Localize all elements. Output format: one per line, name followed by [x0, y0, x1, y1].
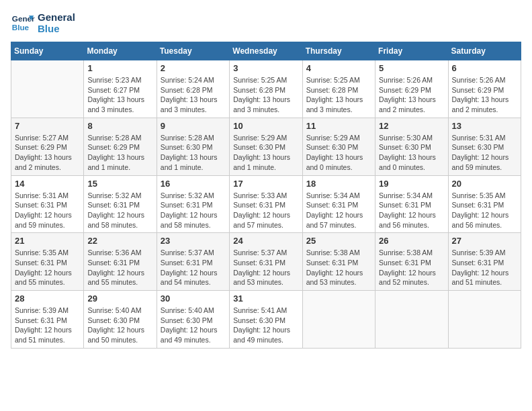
day-info: Sunrise: 5:25 AMSunset: 6:28 PMDaylight:…: [306, 75, 371, 115]
day-info: Sunrise: 5:39 AMSunset: 6:31 PMDaylight:…: [452, 248, 517, 287]
day-number: 20: [452, 179, 517, 189]
calendar-day-cell: 8Sunrise: 5:28 AMSunset: 6:29 PMDaylight…: [84, 118, 157, 175]
day-number: 22: [87, 236, 152, 246]
day-info: Sunrise: 5:26 AMSunset: 6:29 PMDaylight:…: [452, 75, 517, 115]
day-number: 3: [233, 63, 298, 73]
calendar-week-row: 28Sunrise: 5:39 AMSunset: 6:31 PMDayligh…: [11, 291, 521, 349]
calendar-table: SundayMondayTuesdayWednesdayThursdayFrid…: [11, 42, 521, 349]
calendar-day-cell: 18Sunrise: 5:34 AMSunset: 6:31 PMDayligh…: [302, 175, 375, 233]
day-info: Sunrise: 5:26 AMSunset: 6:29 PMDaylight:…: [379, 75, 444, 115]
day-info: Sunrise: 5:38 AMSunset: 6:31 PMDaylight:…: [379, 248, 444, 287]
calendar-day-cell: 10Sunrise: 5:29 AMSunset: 6:30 PMDayligh…: [230, 118, 302, 175]
column-header-tuesday: Tuesday: [157, 42, 229, 60]
day-number: 26: [379, 236, 444, 246]
calendar-week-row: 14Sunrise: 5:31 AMSunset: 6:31 PMDayligh…: [11, 175, 521, 233]
column-header-friday: Friday: [375, 42, 448, 60]
day-number: 29: [87, 293, 152, 304]
column-header-wednesday: Wednesday: [230, 42, 302, 60]
day-number: 6: [452, 63, 517, 73]
day-info: Sunrise: 5:32 AMSunset: 6:31 PMDaylight:…: [161, 191, 226, 230]
day-info: Sunrise: 5:29 AMSunset: 6:30 PMDaylight:…: [233, 133, 298, 173]
calendar-day-cell: 15Sunrise: 5:32 AMSunset: 6:31 PMDayligh…: [84, 175, 157, 233]
day-number: 14: [15, 179, 80, 189]
day-info: Sunrise: 5:35 AMSunset: 6:31 PMDaylight:…: [15, 248, 80, 287]
calendar-day-cell: 1Sunrise: 5:23 AMSunset: 6:27 PMDaylight…: [84, 60, 157, 118]
calendar-day-cell: 25Sunrise: 5:38 AMSunset: 6:31 PMDayligh…: [302, 233, 375, 291]
day-info: Sunrise: 5:37 AMSunset: 6:31 PMDaylight:…: [161, 248, 226, 287]
day-number: 10: [233, 121, 298, 131]
logo-text-general: General: [38, 11, 75, 23]
day-number: 7: [15, 121, 80, 131]
calendar-day-cell: 13Sunrise: 5:31 AMSunset: 6:30 PMDayligh…: [448, 118, 521, 175]
page-header: General Blue General Blue: [11, 11, 521, 35]
day-number: 16: [161, 179, 226, 189]
calendar-day-cell: 26Sunrise: 5:38 AMSunset: 6:31 PMDayligh…: [375, 233, 448, 291]
day-info: Sunrise: 5:28 AMSunset: 6:30 PMDaylight:…: [161, 133, 226, 173]
calendar-day-cell: 21Sunrise: 5:35 AMSunset: 6:31 PMDayligh…: [11, 233, 84, 291]
day-info: Sunrise: 5:23 AMSunset: 6:27 PMDaylight:…: [87, 75, 152, 115]
svg-text:Blue: Blue: [12, 23, 30, 32]
day-number: 27: [452, 236, 517, 246]
day-info: Sunrise: 5:25 AMSunset: 6:28 PMDaylight:…: [233, 75, 298, 115]
calendar-day-cell: 27Sunrise: 5:39 AMSunset: 6:31 PMDayligh…: [448, 233, 521, 291]
day-number: 30: [161, 293, 226, 304]
calendar-day-cell: 3Sunrise: 5:25 AMSunset: 6:28 PMDaylight…: [230, 60, 302, 118]
day-number: 17: [233, 179, 298, 189]
day-number: 31: [233, 293, 298, 304]
calendar-day-cell: 24Sunrise: 5:37 AMSunset: 6:31 PMDayligh…: [230, 233, 302, 291]
day-number: 15: [87, 179, 152, 189]
column-header-saturday: Saturday: [448, 42, 521, 60]
day-number: 19: [379, 179, 444, 189]
calendar-day-cell: 11Sunrise: 5:29 AMSunset: 6:30 PMDayligh…: [302, 118, 375, 175]
calendar-day-cell: [448, 291, 521, 349]
calendar-day-cell: 14Sunrise: 5:31 AMSunset: 6:31 PMDayligh…: [11, 175, 84, 233]
column-header-monday: Monday: [84, 42, 157, 60]
calendar-day-cell: [375, 291, 448, 349]
calendar-day-cell: 5Sunrise: 5:26 AMSunset: 6:29 PMDaylight…: [375, 60, 448, 118]
calendar-day-cell: 20Sunrise: 5:35 AMSunset: 6:31 PMDayligh…: [448, 175, 521, 233]
calendar-day-cell: 4Sunrise: 5:25 AMSunset: 6:28 PMDaylight…: [302, 60, 375, 118]
day-info: Sunrise: 5:35 AMSunset: 6:31 PMDaylight:…: [452, 191, 517, 230]
day-info: Sunrise: 5:38 AMSunset: 6:31 PMDaylight:…: [306, 248, 371, 287]
calendar-day-cell: 2Sunrise: 5:24 AMSunset: 6:28 PMDaylight…: [157, 60, 229, 118]
calendar-day-cell: 6Sunrise: 5:26 AMSunset: 6:29 PMDaylight…: [448, 60, 521, 118]
day-number: 5: [379, 63, 444, 73]
calendar-day-cell: 31Sunrise: 5:41 AMSunset: 6:30 PMDayligh…: [230, 291, 302, 349]
calendar-day-cell: [302, 291, 375, 349]
day-info: Sunrise: 5:31 AMSunset: 6:30 PMDaylight:…: [452, 133, 517, 173]
day-number: 8: [87, 121, 152, 131]
calendar-day-cell: [11, 60, 84, 118]
calendar-day-cell: 28Sunrise: 5:39 AMSunset: 6:31 PMDayligh…: [11, 291, 84, 349]
logo-text-blue: Blue: [38, 23, 75, 34]
day-info: Sunrise: 5:34 AMSunset: 6:31 PMDaylight:…: [379, 191, 444, 230]
calendar-day-cell: 23Sunrise: 5:37 AMSunset: 6:31 PMDayligh…: [157, 233, 229, 291]
day-info: Sunrise: 5:39 AMSunset: 6:31 PMDaylight:…: [15, 306, 80, 345]
day-info: Sunrise: 5:36 AMSunset: 6:31 PMDaylight:…: [87, 248, 152, 287]
logo: General Blue General Blue: [11, 11, 75, 35]
day-info: Sunrise: 5:27 AMSunset: 6:29 PMDaylight:…: [15, 133, 80, 173]
day-number: 12: [379, 121, 444, 131]
day-number: 21: [15, 236, 80, 246]
calendar-day-cell: 30Sunrise: 5:40 AMSunset: 6:30 PMDayligh…: [157, 291, 229, 349]
calendar-day-cell: 19Sunrise: 5:34 AMSunset: 6:31 PMDayligh…: [375, 175, 448, 233]
column-header-thursday: Thursday: [302, 42, 375, 60]
day-number: 23: [161, 236, 226, 246]
day-number: 24: [233, 236, 298, 246]
day-info: Sunrise: 5:40 AMSunset: 6:30 PMDaylight:…: [161, 306, 226, 345]
calendar-week-row: 7Sunrise: 5:27 AMSunset: 6:29 PMDaylight…: [11, 118, 521, 175]
day-info: Sunrise: 5:37 AMSunset: 6:31 PMDaylight:…: [233, 248, 298, 287]
day-number: 4: [306, 63, 371, 73]
day-info: Sunrise: 5:41 AMSunset: 6:30 PMDaylight:…: [233, 306, 298, 345]
day-info: Sunrise: 5:31 AMSunset: 6:31 PMDaylight:…: [15, 191, 80, 230]
day-number: 1: [87, 63, 152, 73]
calendar-day-cell: 12Sunrise: 5:30 AMSunset: 6:30 PMDayligh…: [375, 118, 448, 175]
day-number: 28: [15, 293, 80, 304]
day-info: Sunrise: 5:30 AMSunset: 6:30 PMDaylight:…: [379, 133, 444, 173]
day-number: 11: [306, 121, 371, 131]
day-number: 2: [161, 63, 226, 73]
calendar-day-cell: 22Sunrise: 5:36 AMSunset: 6:31 PMDayligh…: [84, 233, 157, 291]
column-header-sunday: Sunday: [11, 42, 84, 60]
calendar-day-cell: 17Sunrise: 5:33 AMSunset: 6:31 PMDayligh…: [230, 175, 302, 233]
calendar-day-cell: 29Sunrise: 5:40 AMSunset: 6:30 PMDayligh…: [84, 291, 157, 349]
day-info: Sunrise: 5:40 AMSunset: 6:30 PMDaylight:…: [87, 306, 152, 345]
